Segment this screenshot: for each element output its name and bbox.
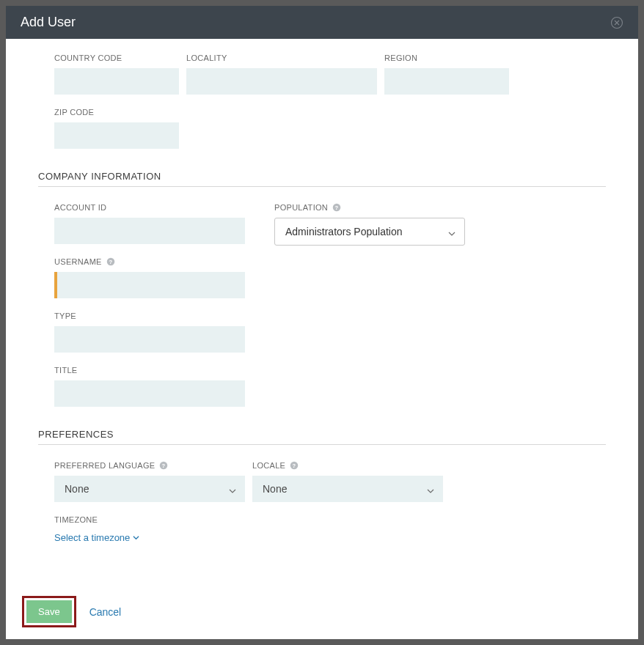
population-select[interactable]: Administrators Population [274, 218, 465, 246]
population-value: Administrators Population [285, 226, 403, 237]
svg-text:?: ? [335, 204, 339, 211]
company-section-title: Company Information [38, 171, 606, 187]
cancel-button[interactable]: Cancel [89, 606, 122, 618]
timezone-label: Timezone [54, 515, 245, 524]
help-icon[interactable]: ? [159, 461, 168, 470]
svg-text:?: ? [293, 462, 296, 469]
type-label: Type [54, 312, 245, 320]
username-input[interactable] [54, 272, 245, 298]
modal-title: Add User [21, 15, 76, 30]
modal-footer: Save Cancel [6, 584, 638, 639]
svg-text:?: ? [162, 462, 166, 469]
save-button[interactable]: Save [26, 600, 72, 623]
save-highlight-box: Save [22, 596, 76, 627]
close-icon[interactable] [610, 16, 623, 29]
zip-code-label: Zip Code [54, 108, 179, 117]
locality-label: Locality [186, 54, 377, 62]
preferred-language-label-text: Preferred Language [54, 461, 155, 470]
zip-code-input[interactable] [54, 122, 179, 149]
modal-body: Country Code Locality Region Zip Code [6, 39, 638, 584]
population-label-text: Population [274, 203, 328, 212]
select-timezone-link[interactable]: Select a timezone [54, 532, 245, 543]
chevron-down-icon [448, 228, 455, 235]
modal-header: Add User [6, 6, 638, 39]
locale-select[interactable]: None [252, 476, 443, 502]
help-icon[interactable]: ? [106, 257, 115, 266]
preferred-language-value: None [65, 483, 89, 495]
chevron-down-icon [427, 485, 434, 493]
country-code-input[interactable] [54, 68, 179, 95]
chevron-down-icon [133, 534, 139, 541]
preferred-language-label: Preferred Language ? [54, 461, 245, 470]
region-input[interactable] [384, 68, 509, 95]
preferred-language-select[interactable]: None [54, 476, 245, 502]
chevron-down-icon [229, 485, 236, 493]
account-id-input[interactable] [54, 218, 245, 244]
account-id-label: Account ID [54, 203, 245, 212]
svg-text:?: ? [109, 259, 112, 265]
timezone-action-text: Select a timezone [54, 532, 130, 543]
locale-value: None [263, 483, 287, 495]
region-label: Region [384, 54, 509, 62]
preferences-section-title: Preferences [38, 429, 606, 445]
add-user-modal: Add User Country Code Locality [6, 6, 638, 639]
username-label-text: Username [54, 257, 102, 266]
type-input[interactable] [54, 326, 245, 353]
locale-label: Locale ? [252, 461, 443, 470]
title-label: Title [54, 366, 245, 375]
help-icon[interactable]: ? [332, 203, 341, 212]
title-input[interactable] [54, 380, 245, 407]
locality-input[interactable] [186, 68, 377, 95]
username-label: Username ? [54, 257, 245, 266]
locale-label-text: Locale [252, 461, 285, 470]
population-label: Population ? [274, 203, 465, 212]
help-icon[interactable]: ? [290, 461, 299, 470]
country-code-label: Country Code [54, 54, 179, 62]
